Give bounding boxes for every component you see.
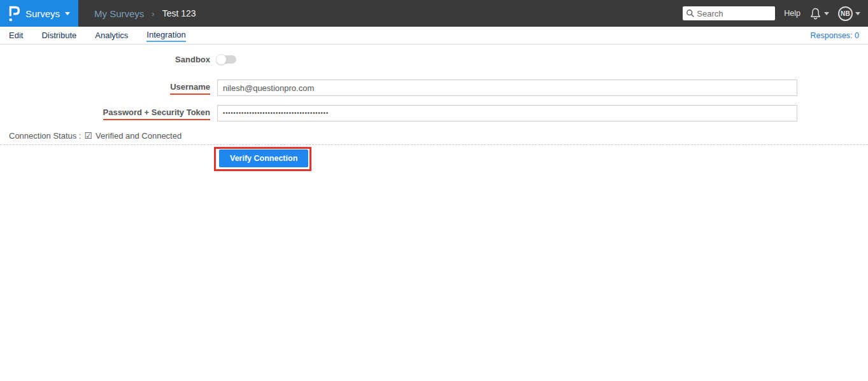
sandbox-row: Sandbox	[0, 53, 868, 65]
breadcrumb-separator: ›	[152, 9, 154, 18]
connection-status-label: Connection Status :	[9, 131, 81, 141]
password-row: Password + Security Token	[0, 105, 868, 121]
user-menu[interactable]: NB	[838, 6, 860, 21]
sandbox-toggle[interactable]	[217, 55, 236, 64]
search-icon	[686, 9, 695, 18]
chevron-down-icon	[855, 12, 860, 15]
password-security-token-field[interactable]	[217, 105, 797, 121]
username-label: Username	[170, 82, 210, 95]
avatar[interactable]: NB	[838, 6, 853, 21]
top-navigation-bar: Surveys My Surveys › Test 123 Help NB	[0, 0, 868, 27]
checked-checkbox-icon: ☑	[84, 130, 92, 141]
topnav-right-controls: Help NB	[683, 0, 860, 27]
tab-analytics[interactable]: Analytics	[95, 29, 128, 41]
breadcrumb-survey-name: Test 123	[162, 8, 196, 18]
surveys-product-menu[interactable]: Surveys	[0, 0, 78, 27]
verify-button-row: Verify Connection	[214, 147, 868, 171]
integration-settings-panel: Sandbox Username Password + Security Tok…	[0, 45, 868, 171]
search-input[interactable]	[683, 6, 775, 20]
breadcrumb-my-surveys[interactable]: My Surveys	[94, 8, 144, 19]
chevron-down-icon	[65, 12, 70, 15]
dashed-divider	[0, 144, 868, 145]
sandbox-label: Sandbox	[175, 55, 210, 64]
breadcrumb: My Surveys › Test 123	[94, 8, 196, 19]
surveys-menu-label: Surveys	[25, 8, 60, 19]
verify-connection-button[interactable]: Verify Connection	[219, 149, 308, 167]
bell-icon	[809, 7, 822, 20]
help-link[interactable]: Help	[784, 9, 800, 18]
tab-integration[interactable]: Integration	[146, 29, 185, 42]
connection-status-value: Verified and Connected	[96, 131, 181, 141]
questionpro-logo-icon	[8, 5, 20, 22]
tab-distribute[interactable]: Distribute	[41, 29, 76, 41]
chevron-down-icon	[824, 12, 829, 15]
notifications-menu[interactable]	[809, 7, 829, 20]
red-highlight-annotation: Verify Connection	[214, 147, 311, 171]
tab-edit[interactable]: Edit	[9, 29, 23, 41]
username-row: Username	[0, 80, 868, 96]
toggle-knob	[216, 54, 227, 65]
connection-status-row: Connection Status : ☑ Verified and Conne…	[0, 130, 868, 141]
password-security-token-label: Password + Security Token	[103, 107, 210, 120]
survey-tab-bar: Edit Distribute Analytics Integration Re…	[0, 27, 868, 45]
username-field[interactable]	[217, 80, 797, 96]
responses-count[interactable]: Responses: 0	[811, 31, 859, 40]
search-box[interactable]	[683, 6, 775, 20]
